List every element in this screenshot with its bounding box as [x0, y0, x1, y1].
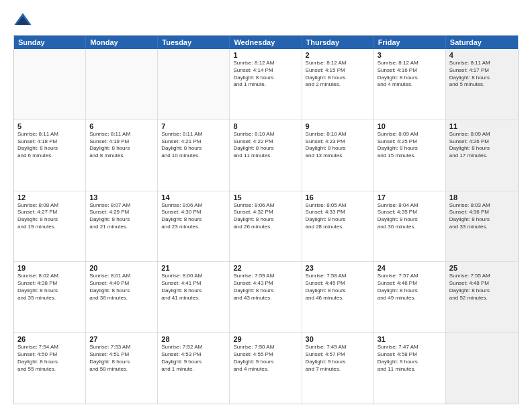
day-number: 24	[378, 264, 442, 272]
calendar-row-1: 5Sunrise: 8:11 AM Sunset: 4:18 PM Daylig…	[14, 120, 518, 191]
day-number: 31	[378, 335, 442, 343]
day-number: 5	[17, 122, 82, 130]
cell-info: Sunrise: 8:07 AM Sunset: 4:29 PM Dayligh…	[89, 202, 154, 231]
day-number: 3	[378, 51, 442, 59]
day-number: 26	[17, 335, 82, 343]
calendar-header-row: SundayMondayTuesdayWednesdayThursdayFrid…	[14, 36, 518, 49]
calendar-cell-2-2: 14Sunrise: 8:06 AM Sunset: 4:30 PM Dayli…	[158, 191, 230, 262]
calendar-cell-2-1: 13Sunrise: 8:07 AM Sunset: 4:29 PM Dayli…	[86, 191, 158, 262]
cell-info: Sunrise: 8:12 AM Sunset: 4:16 PM Dayligh…	[378, 60, 442, 89]
cell-info: Sunrise: 7:50 AM Sunset: 4:55 PM Dayligh…	[233, 344, 298, 373]
cell-info: Sunrise: 8:05 AM Sunset: 4:33 PM Dayligh…	[306, 202, 370, 231]
calendar-cell-0-5: 3Sunrise: 8:12 AM Sunset: 4:16 PM Daylig…	[374, 49, 446, 120]
cell-info: Sunrise: 8:11 AM Sunset: 4:17 PM Dayligh…	[449, 60, 515, 89]
day-number: 7	[161, 122, 226, 130]
calendar-row-3: 19Sunrise: 8:02 AM Sunset: 4:38 PM Dayli…	[14, 262, 518, 333]
header-day-tuesday: Tuesday	[158, 36, 230, 49]
day-number: 4	[449, 51, 515, 59]
cell-info: Sunrise: 8:02 AM Sunset: 4:38 PM Dayligh…	[17, 273, 82, 302]
calendar-cell-3-6: 25Sunrise: 7:55 AM Sunset: 4:48 PM Dayli…	[446, 262, 518, 332]
cell-info: Sunrise: 8:00 AM Sunset: 4:41 PM Dayligh…	[161, 273, 226, 302]
day-number: 6	[89, 122, 154, 130]
day-number: 14	[161, 193, 226, 201]
day-number: 20	[89, 264, 154, 272]
header-day-thursday: Thursday	[302, 36, 374, 49]
calendar-cell-3-4: 23Sunrise: 7:58 AM Sunset: 4:45 PM Dayli…	[302, 262, 374, 332]
day-number: 15	[233, 193, 298, 201]
day-number: 18	[449, 193, 515, 201]
calendar-cell-0-1	[86, 49, 158, 120]
cell-info: Sunrise: 8:09 AM Sunset: 4:26 PM Dayligh…	[449, 131, 515, 160]
day-number: 9	[306, 122, 370, 130]
day-number: 16	[306, 193, 370, 201]
calendar-cell-4-6	[446, 333, 518, 404]
cell-info: Sunrise: 8:08 AM Sunset: 4:27 PM Dayligh…	[17, 202, 82, 231]
calendar-cell-0-0	[14, 49, 86, 120]
day-number: 12	[17, 193, 82, 201]
calendar-cell-3-0: 19Sunrise: 8:02 AM Sunset: 4:38 PM Dayli…	[14, 262, 86, 332]
calendar-cell-4-2: 28Sunrise: 7:52 AM Sunset: 4:53 PM Dayli…	[158, 333, 230, 404]
cell-info: Sunrise: 7:54 AM Sunset: 4:50 PM Dayligh…	[17, 344, 82, 373]
day-number: 25	[449, 264, 515, 272]
cell-info: Sunrise: 8:06 AM Sunset: 4:32 PM Dayligh…	[233, 202, 298, 231]
day-number: 17	[378, 193, 442, 201]
cell-info: Sunrise: 8:01 AM Sunset: 4:40 PM Dayligh…	[89, 273, 154, 302]
calendar-cell-3-2: 21Sunrise: 8:00 AM Sunset: 4:41 PM Dayli…	[158, 262, 230, 332]
calendar: SundayMondayTuesdayWednesdayThursdayFrid…	[13, 35, 519, 404]
day-number: 27	[89, 335, 154, 343]
header-day-saturday: Saturday	[446, 36, 518, 49]
header-day-friday: Friday	[374, 36, 446, 49]
day-number: 28	[161, 335, 226, 343]
cell-info: Sunrise: 7:47 AM Sunset: 4:58 PM Dayligh…	[378, 344, 442, 373]
calendar-cell-3-1: 20Sunrise: 8:01 AM Sunset: 4:40 PM Dayli…	[86, 262, 158, 332]
cell-info: Sunrise: 7:52 AM Sunset: 4:53 PM Dayligh…	[161, 344, 226, 373]
calendar-cell-0-4: 2Sunrise: 8:12 AM Sunset: 4:15 PM Daylig…	[302, 49, 374, 120]
calendar-cell-2-6: 18Sunrise: 8:03 AM Sunset: 4:36 PM Dayli…	[446, 191, 518, 262]
calendar-cell-1-6: 11Sunrise: 8:09 AM Sunset: 4:26 PM Dayli…	[446, 120, 518, 191]
cell-info: Sunrise: 8:10 AM Sunset: 4:23 PM Dayligh…	[306, 131, 370, 160]
calendar-cell-4-4: 30Sunrise: 7:49 AM Sunset: 4:57 PM Dayli…	[302, 333, 374, 404]
calendar-cell-2-0: 12Sunrise: 8:08 AM Sunset: 4:27 PM Dayli…	[14, 191, 86, 262]
calendar-cell-1-5: 10Sunrise: 8:09 AM Sunset: 4:25 PM Dayli…	[374, 120, 446, 191]
calendar-cell-2-5: 17Sunrise: 8:04 AM Sunset: 4:35 PM Dayli…	[374, 191, 446, 262]
day-number: 8	[233, 122, 298, 130]
day-number: 19	[17, 264, 82, 272]
cell-info: Sunrise: 7:57 AM Sunset: 4:46 PM Dayligh…	[378, 273, 442, 302]
day-number: 22	[233, 264, 298, 272]
day-number: 1	[233, 51, 298, 59]
cell-info: Sunrise: 8:11 AM Sunset: 4:21 PM Dayligh…	[161, 131, 226, 160]
cell-info: Sunrise: 7:55 AM Sunset: 4:48 PM Dayligh…	[449, 273, 515, 302]
calendar-cell-2-3: 15Sunrise: 8:06 AM Sunset: 4:32 PM Dayli…	[230, 191, 302, 262]
day-number: 2	[306, 51, 370, 59]
cell-info: Sunrise: 7:49 AM Sunset: 4:57 PM Dayligh…	[306, 344, 370, 373]
calendar-cell-1-4: 9Sunrise: 8:10 AM Sunset: 4:23 PM Daylig…	[302, 120, 374, 191]
day-number: 10	[378, 122, 442, 130]
page: SundayMondayTuesdayWednesdayThursdayFrid…	[0, 0, 532, 411]
cell-info: Sunrise: 8:11 AM Sunset: 4:19 PM Dayligh…	[89, 131, 154, 160]
header	[13, 11, 519, 30]
cell-info: Sunrise: 7:59 AM Sunset: 4:43 PM Dayligh…	[233, 273, 298, 302]
calendar-cell-2-4: 16Sunrise: 8:05 AM Sunset: 4:33 PM Dayli…	[302, 191, 374, 262]
cell-info: Sunrise: 8:11 AM Sunset: 4:18 PM Dayligh…	[17, 131, 82, 160]
cell-info: Sunrise: 7:58 AM Sunset: 4:45 PM Dayligh…	[306, 273, 370, 302]
day-number: 30	[306, 335, 370, 343]
calendar-cell-3-3: 22Sunrise: 7:59 AM Sunset: 4:43 PM Dayli…	[230, 262, 302, 332]
logo-icon	[13, 11, 32, 30]
cell-info: Sunrise: 8:10 AM Sunset: 4:22 PM Dayligh…	[233, 131, 298, 160]
cell-info: Sunrise: 8:12 AM Sunset: 4:14 PM Dayligh…	[233, 60, 298, 89]
calendar-cell-1-1: 6Sunrise: 8:11 AM Sunset: 4:19 PM Daylig…	[86, 120, 158, 191]
header-day-wednesday: Wednesday	[230, 36, 302, 49]
cell-info: Sunrise: 8:09 AM Sunset: 4:25 PM Dayligh…	[378, 131, 442, 160]
calendar-cell-0-2	[158, 49, 230, 120]
cell-info: Sunrise: 8:04 AM Sunset: 4:35 PM Dayligh…	[378, 202, 442, 231]
day-number: 11	[449, 122, 515, 130]
calendar-row-2: 12Sunrise: 8:08 AM Sunset: 4:27 PM Dayli…	[14, 191, 518, 263]
calendar-cell-4-5: 31Sunrise: 7:47 AM Sunset: 4:58 PM Dayli…	[374, 333, 446, 404]
cell-info: Sunrise: 8:03 AM Sunset: 4:36 PM Dayligh…	[449, 202, 515, 231]
calendar-cell-1-0: 5Sunrise: 8:11 AM Sunset: 4:18 PM Daylig…	[14, 120, 86, 191]
calendar-row-4: 26Sunrise: 7:54 AM Sunset: 4:50 PM Dayli…	[14, 333, 518, 404]
calendar-body: 1Sunrise: 8:12 AM Sunset: 4:14 PM Daylig…	[14, 49, 518, 404]
header-day-sunday: Sunday	[14, 36, 86, 49]
cell-info: Sunrise: 8:06 AM Sunset: 4:30 PM Dayligh…	[161, 202, 226, 231]
logo	[13, 11, 35, 30]
